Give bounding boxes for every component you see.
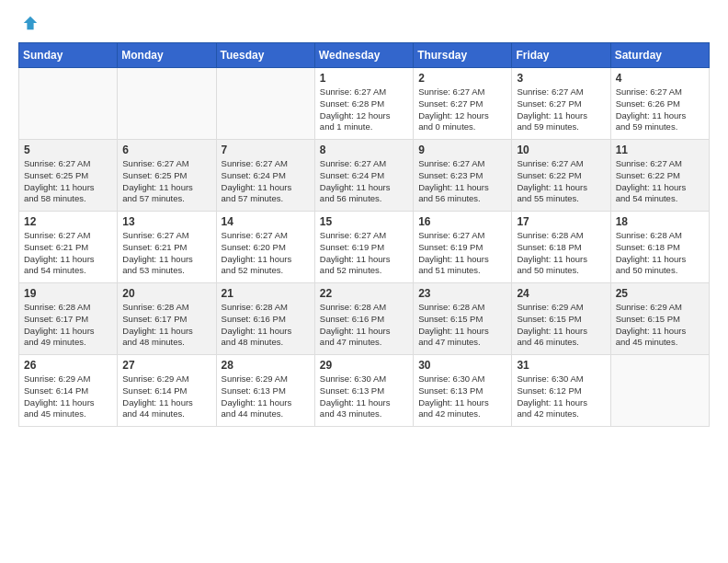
day-number: 1 [320,72,408,85]
calendar-cell: 26Sunrise: 6:29 AM Sunset: 6:14 PM Dayli… [19,355,118,427]
calendar-header-saturday: Saturday [610,43,709,68]
calendar-header-tuesday: Tuesday [216,43,314,68]
day-info: Sunrise: 6:27 AM Sunset: 6:24 PM Dayligh… [222,158,310,205]
calendar-week-row: 5Sunrise: 6:27 AM Sunset: 6:25 PM Daylig… [19,140,710,212]
calendar-header-monday: Monday [118,43,216,68]
calendar-cell: 10Sunrise: 6:27 AM Sunset: 6:22 PM Dayli… [512,140,610,212]
calendar-header-row: SundayMondayTuesdayWednesdayThursdayFrid… [19,43,710,68]
day-info: Sunrise: 6:27 AM Sunset: 6:27 PM Dayligh… [517,86,605,133]
day-number: 18 [616,215,704,228]
day-number: 28 [222,359,310,372]
day-info: Sunrise: 6:27 AM Sunset: 6:19 PM Dayligh… [418,230,506,277]
calendar-cell [216,68,314,140]
day-number: 15 [320,215,408,228]
logo-icon [22,15,39,31]
day-info: Sunrise: 6:29 AM Sunset: 6:14 PM Dayligh… [122,373,210,420]
calendar-header-friday: Friday [512,43,610,68]
calendar-cell: 19Sunrise: 6:28 AM Sunset: 6:17 PM Dayli… [19,283,118,355]
calendar-header-wednesday: Wednesday [314,43,413,68]
calendar-cell: 13Sunrise: 6:27 AM Sunset: 6:21 PM Dayli… [118,212,216,283]
day-info: Sunrise: 6:27 AM Sunset: 6:21 PM Dayligh… [24,230,112,277]
day-number: 16 [418,215,506,228]
calendar-cell: 17Sunrise: 6:28 AM Sunset: 6:18 PM Dayli… [512,212,610,283]
day-number: 14 [222,215,310,228]
calendar-cell: 23Sunrise: 6:28 AM Sunset: 6:15 PM Dayli… [414,283,512,355]
calendar-cell: 16Sunrise: 6:27 AM Sunset: 6:19 PM Dayli… [414,212,512,283]
day-number: 29 [320,359,408,372]
calendar-cell [610,355,709,427]
day-number: 30 [418,359,506,372]
day-info: Sunrise: 6:27 AM Sunset: 6:22 PM Dayligh… [616,158,704,205]
calendar-cell: 15Sunrise: 6:27 AM Sunset: 6:19 PM Dayli… [314,212,413,283]
day-info: Sunrise: 6:30 AM Sunset: 6:13 PM Dayligh… [320,373,408,420]
day-info: Sunrise: 6:30 AM Sunset: 6:12 PM Dayligh… [517,373,605,420]
calendar-cell: 30Sunrise: 6:30 AM Sunset: 6:13 PM Dayli… [414,355,512,427]
calendar-cell: 21Sunrise: 6:28 AM Sunset: 6:16 PM Dayli… [216,283,314,355]
day-info: Sunrise: 6:27 AM Sunset: 6:25 PM Dayligh… [122,158,210,205]
day-number: 3 [517,72,605,85]
calendar-cell: 6Sunrise: 6:27 AM Sunset: 6:25 PM Daylig… [118,140,216,212]
svg-marker-0 [24,17,37,29]
calendar-cell: 9Sunrise: 6:27 AM Sunset: 6:23 PM Daylig… [414,140,512,212]
day-info: Sunrise: 6:27 AM Sunset: 6:26 PM Dayligh… [616,86,704,133]
header [18,15,710,31]
calendar-week-row: 19Sunrise: 6:28 AM Sunset: 6:17 PM Dayli… [19,283,710,355]
day-info: Sunrise: 6:27 AM Sunset: 6:23 PM Dayligh… [418,158,506,205]
calendar-table: SundayMondayTuesdayWednesdayThursdayFrid… [18,42,710,427]
calendar-cell [19,68,118,140]
calendar-cell: 2Sunrise: 6:27 AM Sunset: 6:27 PM Daylig… [414,68,512,140]
day-number: 10 [517,144,605,156]
day-info: Sunrise: 6:27 AM Sunset: 6:21 PM Dayligh… [122,230,210,277]
day-info: Sunrise: 6:30 AM Sunset: 6:13 PM Dayligh… [418,373,506,420]
day-info: Sunrise: 6:27 AM Sunset: 6:28 PM Dayligh… [320,86,408,133]
day-number: 7 [222,144,310,156]
day-number: 26 [24,359,112,372]
day-number: 27 [122,359,210,372]
calendar-header-sunday: Sunday [19,43,118,68]
page: SundayMondayTuesdayWednesdayThursdayFrid… [0,0,728,563]
day-info: Sunrise: 6:28 AM Sunset: 6:16 PM Dayligh… [222,302,310,349]
calendar-week-row: 1Sunrise: 6:27 AM Sunset: 6:28 PM Daylig… [19,68,710,140]
day-info: Sunrise: 6:29 AM Sunset: 6:13 PM Dayligh… [222,373,310,420]
day-info: Sunrise: 6:29 AM Sunset: 6:15 PM Dayligh… [616,302,704,349]
calendar-cell: 31Sunrise: 6:30 AM Sunset: 6:12 PM Dayli… [512,355,610,427]
logo [18,15,39,31]
day-number: 2 [418,72,506,85]
day-number: 12 [24,215,112,228]
day-info: Sunrise: 6:28 AM Sunset: 6:17 PM Dayligh… [122,302,210,349]
calendar-week-row: 26Sunrise: 6:29 AM Sunset: 6:14 PM Dayli… [19,355,710,427]
calendar-cell: 12Sunrise: 6:27 AM Sunset: 6:21 PM Dayli… [19,212,118,283]
day-number: 22 [320,287,408,300]
day-number: 24 [517,287,605,300]
day-number: 20 [122,287,210,300]
day-info: Sunrise: 6:29 AM Sunset: 6:14 PM Dayligh… [24,373,112,420]
day-number: 11 [616,144,704,156]
calendar-cell: 18Sunrise: 6:28 AM Sunset: 6:18 PM Dayli… [610,212,709,283]
day-info: Sunrise: 6:28 AM Sunset: 6:18 PM Dayligh… [616,230,704,277]
day-number: 17 [517,215,605,228]
calendar-cell: 22Sunrise: 6:28 AM Sunset: 6:16 PM Dayli… [314,283,413,355]
calendar-cell: 11Sunrise: 6:27 AM Sunset: 6:22 PM Dayli… [610,140,709,212]
calendar-cell [118,68,216,140]
day-number: 25 [616,287,704,300]
calendar-cell: 20Sunrise: 6:28 AM Sunset: 6:17 PM Dayli… [118,283,216,355]
calendar-cell: 24Sunrise: 6:29 AM Sunset: 6:15 PM Dayli… [512,283,610,355]
day-number: 19 [24,287,112,300]
calendar-cell: 1Sunrise: 6:27 AM Sunset: 6:28 PM Daylig… [314,68,413,140]
calendar-cell: 29Sunrise: 6:30 AM Sunset: 6:13 PM Dayli… [314,355,413,427]
calendar-cell: 14Sunrise: 6:27 AM Sunset: 6:20 PM Dayli… [216,212,314,283]
day-number: 13 [122,215,210,228]
day-number: 5 [24,144,112,156]
calendar-week-row: 12Sunrise: 6:27 AM Sunset: 6:21 PM Dayli… [19,212,710,283]
day-info: Sunrise: 6:28 AM Sunset: 6:18 PM Dayligh… [517,230,605,277]
day-number: 9 [418,144,506,156]
day-info: Sunrise: 6:27 AM Sunset: 6:19 PM Dayligh… [320,230,408,277]
calendar-cell: 5Sunrise: 6:27 AM Sunset: 6:25 PM Daylig… [19,140,118,212]
calendar-cell: 7Sunrise: 6:27 AM Sunset: 6:24 PM Daylig… [216,140,314,212]
day-info: Sunrise: 6:27 AM Sunset: 6:25 PM Dayligh… [24,158,112,205]
day-number: 4 [616,72,704,85]
day-number: 21 [222,287,310,300]
day-info: Sunrise: 6:29 AM Sunset: 6:15 PM Dayligh… [517,302,605,349]
day-info: Sunrise: 6:27 AM Sunset: 6:24 PM Dayligh… [320,158,408,205]
calendar-cell: 28Sunrise: 6:29 AM Sunset: 6:13 PM Dayli… [216,355,314,427]
